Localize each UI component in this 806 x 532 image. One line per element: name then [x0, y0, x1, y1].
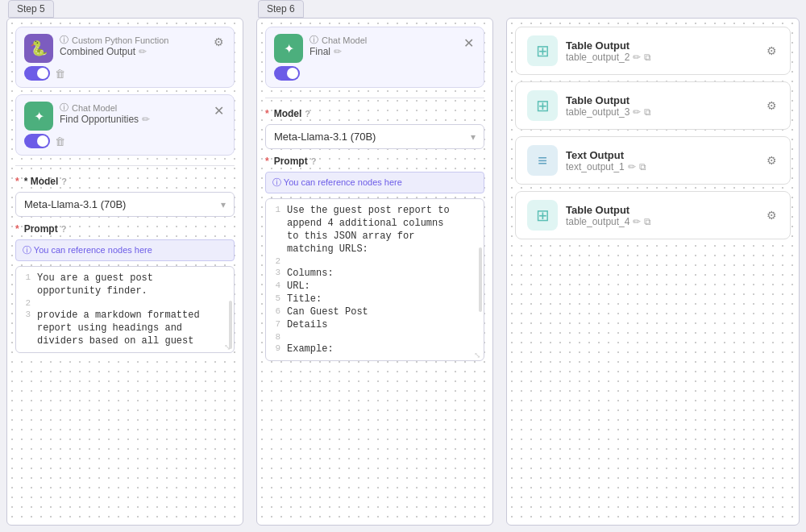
table-output-3-card: ⊞ Table Output table_output_3 ✏ ⧉ ⚙: [515, 81, 791, 130]
mid-lnum-8: 8: [271, 332, 287, 342]
mid-line-4: 4 URL:: [271, 280, 479, 293]
python-edit-icon[interactable]: ✏: [139, 46, 147, 57]
find-title-block: ⓘ Chat Model Find Opportunities ✏: [60, 102, 150, 125]
python-toggle[interactable]: [24, 66, 50, 81]
python-trash-icon[interactable]: 🗑: [55, 68, 65, 80]
final-node-header-left: ✦ ⓘ Chat Model Final ✏: [274, 34, 367, 63]
mid-prompt-label-text: Prompt: [274, 156, 308, 167]
mid-ltext-1b: append 4 additional columns: [287, 218, 443, 229]
text-output-1-gear[interactable]: ⚙: [765, 152, 779, 168]
text-output-1-copy[interactable]: ⧉: [639, 161, 646, 172]
left-code-area[interactable]: 1 You are a guest post opportunity finde…: [15, 266, 235, 353]
table-output-4-card: ⊞ Table Output table_output_4 ✏ ⧉ ⚙: [515, 191, 791, 239]
final-info-label: Chat Model: [322, 35, 367, 45]
mid-prompt-required: *: [265, 156, 269, 167]
mid-code-inner: 1 Use the guest post report to append 4 …: [266, 199, 484, 360]
table-output-2-gear[interactable]: ⚙: [765, 43, 779, 59]
step6-header: Step 6: [258, 0, 304, 18]
left-prompt-info-bar: ⓘ You can reference nodes here: [15, 239, 235, 261]
mid-lnum-3: 3: [271, 268, 287, 279]
final-info-icon: ⓘ: [310, 34, 318, 46]
mid-line-3: 3 Columns:: [271, 267, 479, 280]
table-output-4-edit[interactable]: ✏: [633, 216, 641, 227]
code-line-3b: report using headings and: [21, 322, 229, 335]
table-output-2-icon: ⊞: [527, 35, 558, 66]
code-line-2: 2: [21, 297, 229, 309]
table-output-3-edit[interactable]: ✏: [633, 106, 641, 118]
mid-line-8: 8: [271, 331, 479, 343]
table-output-4-label: Table Output: [566, 204, 651, 216]
find-toggle-row: 🗑: [24, 134, 226, 148]
custom-python-node: 🐍 ⓘ Custom Python Function Combined Outp…: [15, 27, 235, 88]
prompt-label-text: Prompt: [24, 223, 58, 235]
final-chat-icon: ✦: [274, 34, 303, 63]
left-model-select[interactable]: Meta-Llama-3.1 (70B) ▾: [15, 192, 235, 217]
left-prompt-section: * Prompt ? ⓘ You can reference nodes her…: [15, 223, 235, 353]
table-output-3-gear[interactable]: ⚙: [765, 98, 779, 114]
text-output-1-card: ≡ Text Output text_output_1 ✏ ⧉ ⚙: [515, 136, 791, 185]
step5-column: Step 5 🐍 ⓘ Custom Python Function Combin…: [0, 0, 250, 532]
table-output-2-edit[interactable]: ✏: [633, 52, 641, 63]
find-info-row: ⓘ Chat Model: [60, 102, 150, 114]
mid-prompt-section: * Prompt ? ⓘ You can reference nodes her…: [265, 156, 484, 361]
line-num-1b: [21, 285, 37, 297]
mid-code-area[interactable]: 1 Use the guest post report to append 4 …: [265, 198, 484, 361]
left-resize-handle[interactable]: ⤡: [224, 343, 232, 351]
python-gear-button[interactable]: ⚙: [212, 34, 226, 50]
final-edit-icon[interactable]: ✏: [334, 46, 342, 57]
table-output-3-label: Table Output: [566, 94, 651, 106]
line-num-2: 2: [21, 298, 37, 308]
code-line-3c: dividers based on all guest: [21, 335, 229, 347]
mid-scrollbar[interactable]: [479, 247, 482, 312]
line-num-3: 3: [21, 310, 37, 321]
table-output-2-copy[interactable]: ⧉: [644, 52, 651, 63]
table-output-2-name: table_output_2: [566, 52, 629, 63]
final-close-button[interactable]: ✕: [462, 34, 476, 52]
mid-model-label: * Model ?: [265, 108, 484, 119]
mid-prompt-label: * Prompt ?: [265, 156, 484, 167]
text-output-1-info: Text Output text_output_1 ✏ ⧉: [566, 149, 646, 172]
mid-ltext-3: Columns:: [287, 268, 334, 279]
line-text-1b: opportunity finder.: [37, 285, 147, 297]
step5-panel: 🐍 ⓘ Custom Python Function Combined Outp…: [6, 18, 243, 526]
find-close-button[interactable]: ✕: [212, 102, 226, 120]
table-output-4-copy[interactable]: ⧉: [644, 216, 651, 227]
find-info-icon: ⓘ: [60, 102, 69, 114]
line-text-3: provide a markdown formatted: [37, 310, 200, 321]
final-info-row: ⓘ Chat Model: [310, 34, 367, 46]
table-output-4-left: ⊞ Table Output table_output_4 ✏ ⧉: [527, 200, 651, 231]
mid-lnum-1c: [271, 231, 287, 242]
code-line-1: 1 You are a guest post: [21, 272, 229, 285]
find-trash-icon[interactable]: 🗑: [55, 135, 65, 148]
table-output-2-card: ⊞ Table Output table_output_2 ✏ ⧉ ⚙: [515, 27, 791, 75]
node-header: 🐍 ⓘ Custom Python Function Combined Outp…: [24, 34, 226, 63]
text-output-1-left: ≡ Text Output text_output_1 ✏ ⧉: [527, 145, 646, 176]
left-code-inner: 1 You are a guest post opportunity finde…: [16, 267, 234, 352]
find-info-label: Chat Model: [72, 103, 117, 113]
model-required-star: *: [15, 176, 19, 187]
mid-lnum-1: 1: [271, 205, 287, 216]
mid-ltext-1c: to this JSON array for: [287, 231, 414, 242]
find-edit-icon[interactable]: ✏: [142, 114, 150, 125]
mid-ltext-1: Use the guest post report to: [287, 205, 450, 216]
final-toggle[interactable]: [274, 66, 300, 81]
python-info-row: ⓘ Custom Python Function: [60, 34, 168, 46]
info-icon: ⓘ: [60, 34, 69, 46]
table-output-3-left: ⊞ Table Output table_output_3 ✏ ⧉: [527, 90, 651, 121]
find-node-header: ✦ ⓘ Chat Model Find Opportunities ✏ ✕: [24, 102, 226, 131]
find-toggle[interactable]: [24, 134, 50, 148]
final-toggle-row: [274, 66, 476, 81]
table-output-4-name: table_output_4: [566, 216, 629, 227]
mid-ltext-9: Example:: [287, 343, 334, 355]
prompt-required-star: *: [15, 223, 19, 235]
table-output-4-gear[interactable]: ⚙: [765, 207, 779, 223]
step6-panel: ✦ ⓘ Chat Model Final ✏ ✕: [256, 18, 493, 526]
mid-model-select[interactable]: Meta-Llama-3.1 (70B) ▾: [265, 124, 484, 149]
mid-model-label-text: Model: [274, 108, 302, 119]
mid-resize-handle[interactable]: ⤡: [474, 351, 482, 359]
left-prompt-label: * Prompt ?: [15, 223, 235, 235]
table-output-3-copy[interactable]: ⧉: [644, 106, 651, 118]
left-model-chevron: ▾: [221, 199, 226, 210]
text-output-1-edit[interactable]: ✏: [628, 161, 636, 172]
table-output-2-name-row: table_output_2 ✏ ⧉: [566, 52, 651, 63]
